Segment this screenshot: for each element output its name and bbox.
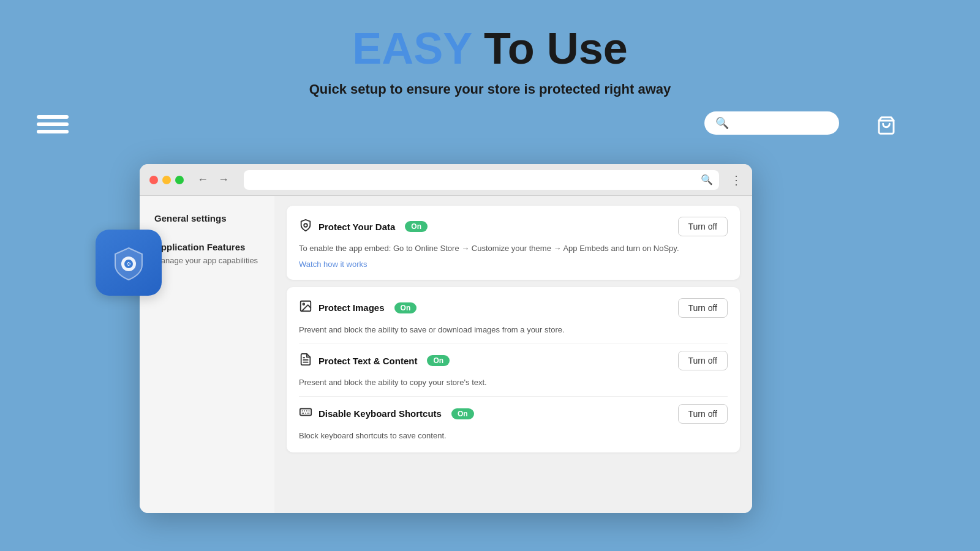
back-button[interactable]: ← (194, 172, 212, 187)
protect-text-header: Protect Text & Content On Turn off (299, 351, 728, 370)
browser-content: General settings Application Features Ma… (140, 196, 752, 513)
disable-shortcuts-turn-off-button[interactable]: Turn off (678, 404, 728, 424)
divider-1 (299, 343, 728, 343)
protect-data-icon (299, 219, 312, 235)
protect-data-header: Protect Your Data On Turn off (299, 217, 728, 236)
cart-svg-icon (876, 116, 896, 135)
protect-text-description: Present and block the ability to copy yo… (299, 377, 728, 389)
browser-chrome: ← → 🔍 ⋮ (140, 164, 752, 196)
traffic-lights (149, 176, 184, 184)
protect-text-turn-off-button[interactable]: Turn off (678, 351, 728, 370)
maximize-button[interactable] (175, 176, 184, 184)
protect-data-badge: On (405, 221, 428, 232)
hero-title-easy: EASY (352, 24, 472, 73)
svg-rect-9 (300, 409, 311, 416)
app-shield-icon (109, 243, 148, 282)
browser-window: ← → 🔍 ⋮ General settings Application Fea… (140, 164, 752, 513)
svg-point-4 (304, 223, 307, 227)
disable-shortcuts-badge: On (451, 408, 474, 419)
top-search-icon: 🔍 (715, 116, 729, 130)
hero-subtitle: Quick setup to ensure your store is prot… (0, 81, 980, 97)
protect-data-title: Protect Your Data (318, 222, 395, 232)
general-settings-title: General settings (154, 213, 260, 223)
app-icon (96, 230, 162, 296)
disable-shortcuts-icon (299, 405, 312, 422)
disable-shortcuts-header: Disable Keyboard Shortcuts On Turn off (299, 404, 728, 424)
minimize-button[interactable] (162, 176, 171, 184)
app-features-subtitle: Manage your app capabilities (154, 256, 260, 265)
settings-main-content: Protect Your Data On Turn off To enable … (274, 196, 752, 513)
protect-text-badge: On (427, 355, 450, 366)
disable-shortcuts-description: Block keyboard shortcuts to save content… (299, 430, 728, 442)
svg-point-6 (303, 303, 304, 305)
forward-button[interactable]: → (214, 172, 233, 187)
hero-title: EASY To Use (0, 24, 980, 73)
close-button[interactable] (149, 176, 158, 184)
hero-title-touse: To Use (472, 24, 628, 73)
protect-text-icon (299, 353, 312, 369)
protect-data-card: Protect Your Data On Turn off To enable … (287, 206, 740, 280)
top-search-bar[interactable]: 🔍 (704, 111, 839, 135)
application-features-card: Protect Images On Turn off Prevent and b… (287, 287, 740, 453)
protect-images-header: Protect Images On Turn off (299, 298, 728, 318)
protect-data-turn-off-button[interactable]: Turn off (678, 217, 728, 236)
protect-images-title: Protect Images (318, 302, 385, 313)
protect-images-badge: On (394, 302, 417, 313)
browser-nav-buttons: ← → (194, 172, 233, 187)
protect-images-header-left: Protect Images On (299, 299, 417, 316)
url-bar[interactable]: 🔍 (244, 170, 719, 190)
protect-text-header-left: Protect Text & Content On (299, 353, 450, 369)
protect-data-description: To enable the app embed: Go to Online St… (299, 242, 728, 255)
disable-shortcuts-title: Disable Keyboard Shortcuts (318, 408, 442, 419)
cart-icon[interactable] (872, 111, 900, 140)
protect-images-description: Prevent and block the ability to save or… (299, 324, 728, 336)
hero-section: EASY To Use Quick setup to ensure your s… (0, 24, 980, 97)
divider-2 (299, 396, 728, 397)
hamburger-menu[interactable] (37, 115, 69, 133)
protect-text-title: Protect Text & Content (318, 356, 417, 366)
sidebar-app-features-section: Application Features Manage your app cap… (154, 242, 260, 265)
protect-images-icon (299, 299, 312, 316)
browser-menu-icon[interactable]: ⋮ (730, 173, 742, 187)
app-features-title: Application Features (154, 242, 260, 252)
protect-images-turn-off-button[interactable]: Turn off (678, 298, 728, 318)
protect-data-link[interactable]: Watch how it works (299, 260, 728, 269)
protect-data-header-left: Protect Your Data On (299, 219, 428, 235)
url-search-icon: 🔍 (701, 174, 713, 186)
disable-shortcuts-header-left: Disable Keyboard Shortcuts On (299, 405, 474, 422)
